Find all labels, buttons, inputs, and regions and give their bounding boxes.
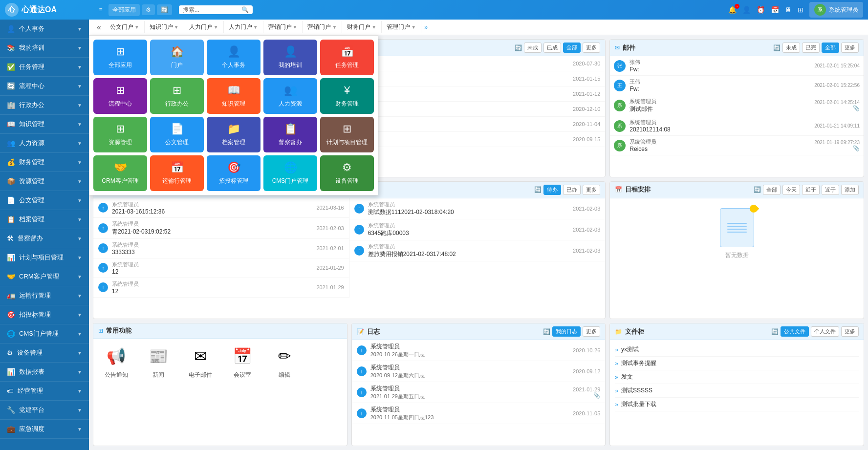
- sidebar-item-personal[interactable]: 👤 个人事务 ▼: [0, 20, 89, 39]
- todo-all-button[interactable]: 全部: [563, 43, 581, 53]
- files-item[interactable]: yx测试: [615, 343, 859, 357]
- diary-refresh-icon[interactable]: 🔄: [543, 328, 550, 335]
- files-refresh-icon[interactable]: 🔄: [771, 328, 779, 335]
- app-training[interactable]: 👤 我的培训: [263, 40, 317, 75]
- user-icon[interactable]: 👤: [742, 6, 751, 14]
- all-apps-button[interactable]: 全部应用: [108, 4, 140, 16]
- sidebar-item-equipment[interactable]: ⚙ 设备管理 ▼: [0, 343, 89, 363]
- mail-unread-button[interactable]: 未成: [782, 43, 800, 53]
- list-item[interactable]: ↑ 系统管理员 6345跑库00003 2021-02-03: [349, 219, 606, 240]
- mail-item[interactable]: 张 张伟 Fw: 2021-02-01 15:25:04: [610, 56, 864, 76]
- mail-item[interactable]: 王 王伟 Fw: 2021-02-01 15:22:56: [610, 76, 864, 95]
- common-item-news[interactable]: 📰 新闻: [141, 344, 175, 379]
- app-all[interactable]: ⊞ 全部应用: [93, 40, 147, 75]
- sidebar-item-documents[interactable]: 📄 公文管理 ▼: [0, 191, 89, 210]
- settings-button[interactable]: ⚙: [142, 4, 155, 15]
- app-projects[interactable]: ⊞ 计划与项目管理: [320, 117, 374, 152]
- grid-icon[interactable]: ⊞: [798, 6, 803, 14]
- app-equipment[interactable]: ⚙ 设备管理: [320, 155, 374, 191]
- common-item-calendar[interactable]: 📅 会议室: [225, 344, 260, 379]
- app-hr[interactable]: 👥 人力资源: [263, 78, 317, 114]
- sidebar-item-reports[interactable]: 📊 数据报表 ▼: [0, 363, 89, 382]
- app-knowledge[interactable]: 📖 知识管理: [207, 78, 260, 114]
- files-item[interactable]: 测试批量下载: [615, 398, 859, 411]
- sidebar-item-transport[interactable]: 🚛 运输行管理 ▼: [0, 286, 89, 305]
- mail-item[interactable]: 系 系统管理员 测试邮件 2021-02-01 14:25:14 📎: [610, 95, 864, 116]
- mail-item[interactable]: 系 系统管理员 2021012114:08 2021-01-21 14:09:1…: [610, 116, 864, 136]
- sidebar-item-knowledge[interactable]: 📖 知识管理 ▼: [0, 115, 89, 134]
- app-tasks[interactable]: 📅 任务管理: [320, 40, 374, 75]
- diary-item[interactable]: ↑ 系统管理员 2020-10-26星期一日志 2020-10-26: [352, 340, 606, 361]
- files-public-button[interactable]: 公共文件: [781, 326, 809, 337]
- sidebar-item-tasks[interactable]: ✅ 任务管理 ▼: [0, 58, 89, 77]
- clock-icon[interactable]: ⏰: [757, 6, 765, 14]
- schedule-refresh-icon[interactable]: 🔄: [754, 186, 761, 193]
- app-archives[interactable]: 📁 档案管理: [207, 117, 260, 152]
- schedule-near1-button[interactable]: 近于: [802, 185, 820, 195]
- flow-refresh-icon[interactable]: 🔄: [534, 186, 542, 193]
- notification-icon[interactable]: 🔔·: [728, 6, 737, 14]
- list-item[interactable]: ↑ 系统管理员 12 2021-01-29: [93, 258, 349, 278]
- app-transport[interactable]: 📅 运输行管理: [150, 155, 204, 191]
- flow-pending-button[interactable]: 待办: [543, 185, 561, 195]
- mail-more-button[interactable]: 更多: [841, 43, 859, 53]
- files-personal-button[interactable]: 个人文件: [811, 326, 839, 337]
- todo-unfinished-button[interactable]: 未成: [524, 43, 542, 53]
- flow-more-button[interactable]: 更多: [583, 185, 600, 195]
- list-item[interactable]: ↑ 系统管理员 12 2021-01-29: [93, 278, 349, 298]
- diary-item[interactable]: ↑ 系统管理员 2020-11-05星期四日志123 2020-11-05: [352, 403, 606, 424]
- app-crm[interactable]: 🤝 CRM客户管理: [93, 155, 147, 191]
- app-finance[interactable]: ¥ 财务管理: [320, 78, 374, 114]
- mail-all-button[interactable]: 全部: [822, 43, 839, 53]
- app-resources[interactable]: ⊞ 资源管理: [93, 117, 147, 152]
- list-item[interactable]: ↑ 系统管理员 测试数据1112021-02-0318:04:20 2021-0…: [349, 198, 606, 219]
- sidebar-item-bidding[interactable]: 🎯 招投标管理 ▼: [0, 305, 89, 324]
- app-supervision[interactable]: 📋 督察督办: [263, 117, 317, 152]
- menu-toggle-button[interactable]: ≡: [93, 2, 108, 18]
- sidebar-item-projects[interactable]: 📊 计划与项目管理 ▼: [0, 248, 89, 267]
- schedule-today-button[interactable]: 今天: [782, 185, 800, 195]
- sidebar-item-finance[interactable]: 💰 财务管理 ▼: [0, 153, 89, 172]
- app-bidding[interactable]: 🎯 招投标管理: [207, 155, 260, 191]
- portal-tab-marketing1[interactable]: 营销门户 ▼: [263, 21, 303, 33]
- todo-more-button[interactable]: 更多: [583, 43, 600, 53]
- files-more-button[interactable]: 更多: [841, 326, 859, 337]
- sidebar-item-supervision[interactable]: 🛠 督察督办 ▼: [0, 229, 89, 248]
- nav-collapse-button[interactable]: «: [93, 23, 105, 32]
- diary-my-button[interactable]: 我的日志: [552, 326, 581, 337]
- sidebar-item-resources[interactable]: 📦 资源管理 ▼: [0, 172, 89, 191]
- mail-item[interactable]: 系 系统管理员 Reices 2021-01-19 09:27:23 📎: [610, 136, 864, 155]
- monitor-icon[interactable]: 🖥: [785, 6, 792, 14]
- files-item[interactable]: 测试SSSSS: [615, 384, 859, 398]
- portal-tab-marketing2[interactable]: 营销门户 ▼: [303, 21, 342, 33]
- app-documents[interactable]: 📄 公文管理: [150, 117, 204, 152]
- todo-refresh-icon[interactable]: 🔄: [515, 44, 522, 51]
- app-workflow[interactable]: ⊞ 流程中心: [93, 78, 147, 114]
- search-input[interactable]: [183, 6, 241, 13]
- sidebar-item-training[interactable]: 📚 我的培训 ▼: [0, 39, 89, 58]
- sidebar-item-admin[interactable]: 🏢 行政办公 ▼: [0, 96, 89, 115]
- mail-refresh-icon[interactable]: 🔄: [773, 44, 781, 51]
- schedule-add-button[interactable]: 添加: [841, 185, 859, 195]
- refresh-button[interactable]: 🔄: [157, 4, 172, 15]
- list-item[interactable]: ↑ 系统管理员 3333333 2021-02-01: [93, 239, 349, 258]
- calendar-icon[interactable]: 📅: [771, 6, 779, 14]
- sidebar-item-archives[interactable]: 📋 档案管理 ▼: [0, 210, 89, 229]
- diary-item[interactable]: ↑ 系统管理员 2021-01-29星期五日志 2021-01-29 📎: [352, 382, 606, 403]
- sidebar-item-hr[interactable]: 👥 人力资源 ▼: [0, 134, 89, 153]
- app-personal[interactable]: 👤 个人事务: [207, 40, 260, 75]
- schedule-all-button[interactable]: 全部: [763, 185, 781, 195]
- portal-nav-more-button[interactable]: »: [421, 24, 431, 31]
- portal-tab-gongwen[interactable]: 公文门户 ▼: [105, 21, 145, 33]
- sidebar-item-cms[interactable]: 🌐 CMS门户管理 ▼: [0, 324, 89, 343]
- sidebar-item-operations[interactable]: 🏷 经营管理 ▼: [0, 382, 89, 401]
- portal-tab-management[interactable]: 管理门户 ▼: [382, 21, 421, 33]
- portal-tab-finance[interactable]: 财务门户 ▼: [342, 21, 382, 33]
- list-item[interactable]: ↑ 系统管理员 差旅费用报销2021-02-0317:48:02 2021-02…: [349, 240, 606, 261]
- sidebar-item-crm[interactable]: 🤝 CRM客户管理 ▼: [0, 267, 89, 286]
- files-item[interactable]: 测试事务提醒: [615, 357, 859, 370]
- app-admin[interactable]: ⊞ 行政办公: [150, 78, 204, 114]
- sidebar-item-party[interactable]: 🔧 党建平台 ▼: [0, 401, 89, 420]
- common-item-announcement[interactable]: 📢 公告通知: [99, 344, 133, 379]
- user-menu[interactable]: 系 系统管理员: [809, 2, 863, 18]
